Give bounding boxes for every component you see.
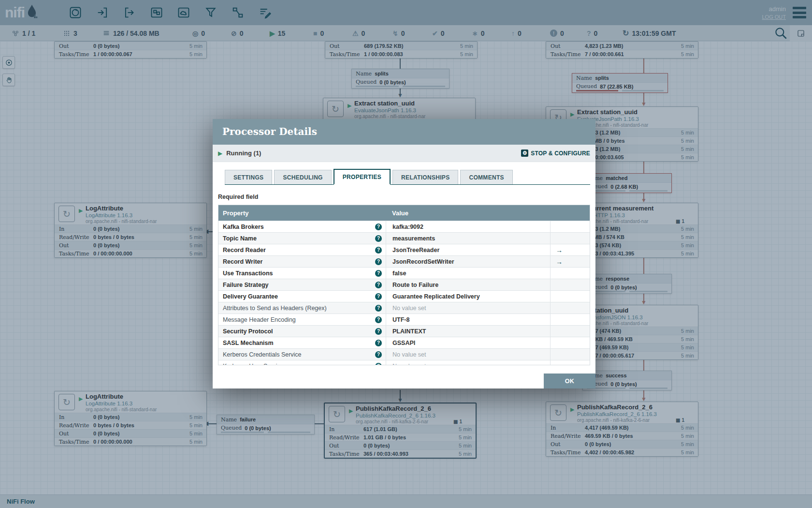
help-icon[interactable]: ? — [375, 247, 382, 254]
stop-configure-gear-icon: ⚙ — [521, 149, 528, 157]
tab-comments[interactable]: COMMENTS — [460, 170, 512, 184]
property-row: Attributes to Send as Headers (Regex) ? … — [218, 302, 590, 314]
property-row: SASL Mechanism ? GSSAPI — [218, 337, 590, 348]
property-row: Kafka Brokers ? kafka:9092 — [218, 221, 590, 232]
help-icon[interactable]: ? — [375, 328, 382, 335]
tab-settings[interactable]: SETTINGS — [225, 170, 272, 184]
property-value[interactable]: No value set — [386, 302, 550, 314]
property-row: Record Reader ? JsonTreeReader → — [218, 244, 590, 255]
property-row: Kerberos Credentials Service ? No value … — [218, 348, 590, 360]
go-to-service-icon[interactable]: → — [556, 246, 563, 254]
property-row: Use Transactions ? false — [218, 267, 590, 279]
property-row: Topic Name ? measurements — [218, 232, 590, 244]
property-value[interactable]: JsonTreeReader — [386, 244, 550, 255]
value-column-header: Value — [386, 209, 550, 217]
help-icon[interactable]: ? — [375, 235, 382, 242]
property-extra — [550, 268, 590, 279]
help-icon[interactable]: ? — [375, 270, 382, 277]
tab-relationships[interactable]: RELATIONSHIPS — [392, 170, 458, 184]
help-icon[interactable]: ? — [375, 258, 382, 265]
dialog-state-bar: ▶ Running (1) ⚙ STOP & CONFIGURE — [213, 145, 595, 162]
property-extra — [550, 360, 590, 365]
dialog-title: Processor Details — [213, 119, 595, 145]
property-row: Record Writer ? JsonRecordSetWriter → — [218, 255, 590, 267]
property-value[interactable]: UTF-8 — [386, 314, 550, 325]
dialog-tabs: SETTINGSSCHEDULINGPROPERTIESRELATIONSHIP… — [225, 169, 590, 185]
running-state-icon: ▶ — [218, 150, 222, 157]
property-name: Failure Strategy ? — [218, 279, 386, 290]
property-extra — [550, 221, 590, 232]
property-value[interactable]: PLAINTEXT — [386, 326, 550, 337]
help-icon[interactable]: ? — [375, 351, 382, 358]
help-icon[interactable]: ? — [375, 340, 382, 346]
property-extra — [550, 337, 590, 348]
property-extra — [550, 279, 590, 290]
property-extra — [550, 314, 590, 325]
property-name: Message Header Encoding ? — [218, 314, 386, 325]
property-name: Record Reader ? — [218, 244, 386, 255]
tab-properties[interactable]: PROPERTIES — [334, 169, 391, 185]
property-value[interactable]: GSSAPI — [386, 337, 550, 348]
go-to-service-icon[interactable]: → — [556, 258, 563, 266]
property-extra: → — [550, 244, 590, 255]
property-extra — [550, 302, 590, 314]
help-icon[interactable]: ? — [375, 224, 382, 230]
properties-table: Property Value Kafka Brokers ? kafka:909… — [218, 205, 590, 365]
property-name: Security Protocol ? — [218, 326, 386, 337]
help-icon[interactable]: ? — [375, 293, 382, 300]
property-extra — [550, 233, 590, 244]
property-value[interactable]: false — [386, 268, 550, 279]
running-state-label: Running (1) — [226, 149, 261, 157]
property-row: Security Protocol ? PLAINTEXT — [218, 325, 590, 337]
property-extra — [550, 349, 590, 360]
property-name: Kerberos Credentials Service ? — [218, 349, 386, 360]
property-row: Delivery Guarantee ? Guarantee Replicate… — [218, 290, 590, 302]
property-row: Kerberos User Service ? No value set — [218, 360, 590, 365]
tab-scheduling[interactable]: SCHEDULING — [274, 170, 331, 184]
processor-details-dialog: Processor Details ▶ Running (1) ⚙ STOP &… — [213, 119, 595, 388]
required-field-label: Required field — [218, 194, 595, 201]
property-name: Delivery Guarantee ? — [218, 291, 386, 302]
property-value[interactable]: Route to Failure — [386, 279, 550, 290]
properties-table-header: Property Value — [218, 205, 590, 221]
property-name: Record Writer ? — [218, 256, 386, 267]
property-value[interactable]: JsonRecordSetWriter — [386, 256, 550, 267]
property-name: SASL Mechanism ? — [218, 337, 386, 348]
property-value[interactable]: No value set — [386, 349, 550, 360]
help-icon[interactable]: ? — [375, 305, 382, 312]
property-extra — [550, 291, 590, 302]
help-icon[interactable]: ? — [375, 316, 382, 323]
property-name: Kafka Brokers ? — [218, 221, 386, 232]
property-name: Attributes to Send as Headers (Regex) ? — [218, 302, 386, 314]
property-value[interactable]: kafka:9092 — [386, 221, 550, 232]
nifi-application: ▼▼▼▼▼▼◀◀ Out 0 (0 bytes) 5 min Tasks/Tim… — [0, 0, 812, 508]
property-name: Use Transactions ? — [218, 268, 386, 279]
property-row: Failure Strategy ? Route to Failure — [218, 279, 590, 290]
property-row: Message Header Encoding ? UTF-8 — [218, 314, 590, 325]
stop-and-configure-button[interactable]: ⚙ STOP & CONFIGURE — [521, 149, 590, 157]
property-value[interactable]: No value set — [386, 360, 550, 365]
property-name: Kerberos User Service ? — [218, 360, 386, 365]
property-name: Topic Name ? — [218, 233, 386, 244]
ok-button[interactable]: OK — [544, 374, 595, 388]
property-extra — [550, 326, 590, 337]
property-extra: → — [550, 256, 590, 267]
property-value[interactable]: Guarantee Replicated Delivery — [386, 291, 550, 302]
property-column-header: Property — [218, 209, 386, 217]
help-icon[interactable]: ? — [375, 282, 382, 288]
help-icon[interactable]: ? — [375, 363, 382, 366]
property-value[interactable]: measurements — [386, 233, 550, 244]
